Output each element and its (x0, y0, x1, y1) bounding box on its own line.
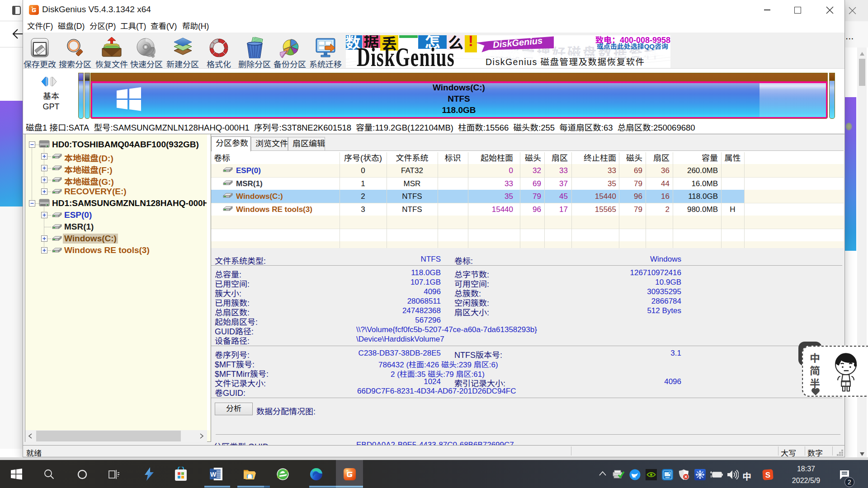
svg-text:W: W (210, 471, 217, 478)
svg-text:S: S (765, 471, 770, 479)
